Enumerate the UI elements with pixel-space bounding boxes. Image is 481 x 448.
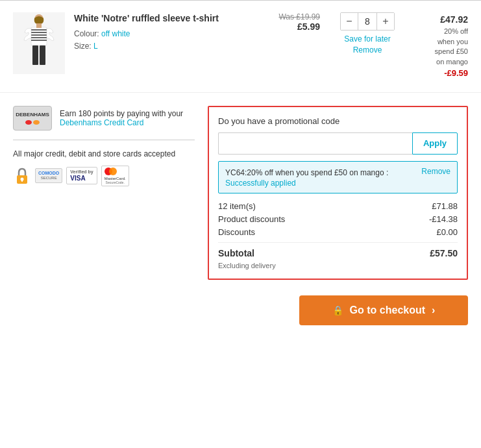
svg-rect-8 <box>40 45 45 65</box>
lower-section: DEBENHAMS Earn 180 points by paying with… <box>0 93 481 286</box>
apply-button[interactable]: Apply <box>412 132 458 155</box>
credit-promo-text: Earn 180 points by paying with your Debe… <box>60 109 195 127</box>
checkout-section: 🔒 Go to checkout › <box>0 286 481 338</box>
summary-subtotal-row: Subtotal £57.50 <box>218 248 458 258</box>
credit-card-image: DEBENHAMS <box>13 106 52 131</box>
subtotal-label: Subtotal <box>218 248 254 258</box>
qty-value: 8 <box>358 13 377 30</box>
checkout-lock-icon: 🔒 <box>332 305 343 316</box>
product-name: White 'Notre' ruffled sleeve t-shirt <box>74 12 267 25</box>
qty-row: − 8 + <box>340 12 395 31</box>
accepted-cards-text: All major credit, debit and store cards … <box>13 149 195 158</box>
product-image <box>13 12 65 74</box>
discount-amount: -£9.59 <box>403 67 468 81</box>
promo-code-input[interactable] <box>218 132 412 155</box>
subtotal-value: £57.50 <box>430 248 458 258</box>
items-label: 12 item(s) <box>218 201 256 211</box>
total-price: £47.92 <box>403 12 468 27</box>
card-icons: COMODO SECURE Verified by VISA MasterCar… <box>13 165 195 187</box>
discount-note-4: on mango <box>403 57 468 67</box>
summary-items-row: 12 item(s) £71.88 <box>218 201 458 211</box>
excl-delivery-text: Excluding delivery <box>218 262 458 269</box>
left-panel: DEBENHAMS Earn 180 points by paying with… <box>13 106 195 280</box>
items-value: £71.88 <box>432 201 458 211</box>
credit-card-promo: DEBENHAMS Earn 180 points by paying with… <box>13 106 195 140</box>
credit-card-link[interactable]: Debenhams Credit Card <box>60 118 143 127</box>
mastercard-badge: MasterCard. SecureCode. <box>101 166 129 186</box>
discounts-value: -£14.38 <box>429 214 458 224</box>
checkout-button[interactable]: 🔒 Go to checkout › <box>299 295 468 325</box>
visa-badge: Verified by VISA <box>66 167 97 184</box>
checkout-label: Go to checkout <box>350 305 425 316</box>
product-price-section: Was £19.99 £5.99 <box>267 12 332 32</box>
summary-discounts-row: Product discounts -£14.38 <box>218 214 458 224</box>
product-details: White 'Notre' ruffled sleeve t-shirt Col… <box>65 12 267 53</box>
other-discounts-label: Discounts <box>218 227 255 237</box>
svg-rect-7 <box>32 45 38 65</box>
quantity-controls: − 8 + Save for later Remove <box>332 12 403 55</box>
save-for-later-link[interactable]: Save for later <box>344 34 390 44</box>
lock-icon <box>13 165 31 187</box>
promo-applied-banner: YC64:20% off when you spend £50 on mango… <box>218 161 458 193</box>
comodo-badge: COMODO SECURE <box>35 168 62 183</box>
promo-success-text: Successfully applied <box>225 179 388 188</box>
qty-increase-button[interactable]: + <box>377 13 394 30</box>
promo-applied-text: YC64:20% off when you spend £50 on mango… <box>225 167 388 188</box>
checkout-chevron-icon: › <box>432 305 435 316</box>
promo-label: Do you have a promotional code <box>218 116 458 126</box>
svg-rect-12 <box>21 179 23 182</box>
product-color: Colour: off white <box>74 28 267 40</box>
was-price: Was £19.99 <box>278 12 320 21</box>
promo-code-detail: YC64:20% off when you spend £50 on mango… <box>225 168 388 177</box>
discounts-label: Product discounts <box>218 214 285 224</box>
promo-summary-panel: Do you have a promotional code Apply YC6… <box>208 106 468 280</box>
other-discounts-value: £0.00 <box>436 227 458 237</box>
discount-note-1: 20% off <box>403 27 468 36</box>
qty-decrease-button[interactable]: − <box>341 13 358 30</box>
summary-divider <box>218 242 458 243</box>
product-row: White 'Notre' ruffled sleeve t-shirt Col… <box>0 1 481 93</box>
promo-input-row: Apply <box>218 132 458 155</box>
svg-rect-9 <box>36 23 42 28</box>
product-total: £47.92 20% off when you spend £50 on man… <box>403 12 468 81</box>
product-thumbnail <box>19 14 58 73</box>
summary-other-discounts-row: Discounts £0.00 <box>218 227 458 237</box>
discount-note-2: when you <box>403 37 468 47</box>
discount-note-3: spend £50 <box>403 47 468 56</box>
remove-link[interactable]: Remove <box>353 45 382 55</box>
promo-remove-link[interactable]: Remove <box>421 167 450 176</box>
product-size: Size: L <box>74 40 267 53</box>
now-price: £5.99 <box>278 21 320 32</box>
